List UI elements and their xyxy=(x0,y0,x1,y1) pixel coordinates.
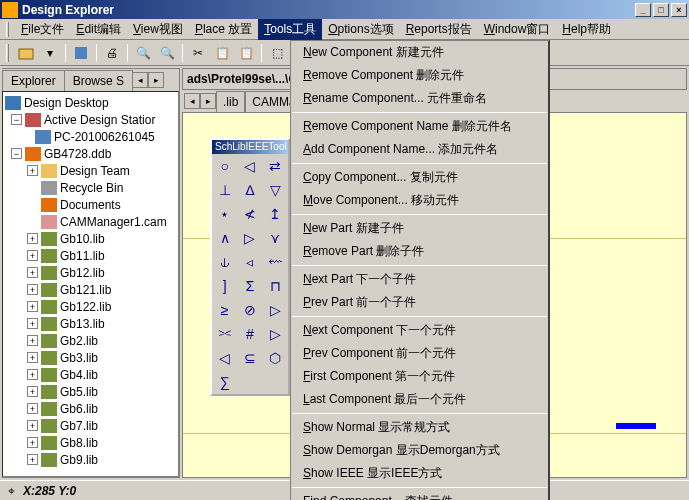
menu-view视图[interactable]: View视图 xyxy=(127,19,189,40)
menu-item[interactable]: Next Component 下一个元件 xyxy=(291,319,548,342)
lib-tab-scroll[interactable]: ◂ xyxy=(184,93,200,109)
tree-lib-item[interactable]: +Gb122.lib xyxy=(5,298,176,315)
menu-edit编辑[interactable]: Edit编辑 xyxy=(70,19,127,40)
palette-tool[interactable]: ⪥ xyxy=(212,322,237,346)
close-button[interactable]: × xyxy=(671,3,687,17)
palette-tool[interactable]: ⋎ xyxy=(263,226,288,250)
palette-tool[interactable]: ○ xyxy=(212,154,237,178)
palette-tool[interactable]: ] xyxy=(212,274,237,298)
tree-lib-item[interactable]: +Gb4.lib xyxy=(5,366,176,383)
lib-tab-scroll[interactable]: ▸ xyxy=(200,93,216,109)
lib-tab[interactable]: .lib xyxy=(216,91,245,112)
tab-scroll-right[interactable]: ▸ xyxy=(148,72,164,88)
menu-item[interactable]: Remove Part 删除子件 xyxy=(291,240,548,263)
palette-tool[interactable]: ◃ xyxy=(237,250,262,274)
ieee-tool-palette[interactable]: SchLibIEEETool ○◁⇄⊥∆▽⋆≮↥∧▷⋎⫝◃⬳]Σ⊓≥⊘▷⪥#▷◁… xyxy=(210,138,290,396)
menubar-grip[interactable] xyxy=(6,22,9,37)
tab-scroll-left[interactable]: ◂ xyxy=(132,72,148,88)
palette-tool[interactable]: ⊥ xyxy=(212,178,237,202)
palette-tool[interactable]: ∧ xyxy=(212,226,237,250)
menu-window窗口[interactable]: Window窗口 xyxy=(478,19,557,40)
menu-reports报告[interactable]: Reports报告 xyxy=(400,19,478,40)
tree-lib-item[interactable]: +Gb10.lib xyxy=(5,230,176,247)
menu-help帮助[interactable]: Help帮助 xyxy=(556,19,617,40)
menu-item[interactable]: Last Component 最后一个元件 xyxy=(291,388,548,411)
palette-tool[interactable]: ⬡ xyxy=(263,346,288,370)
zoom-out-icon[interactable]: 🔍 xyxy=(156,42,178,64)
design-object[interactable] xyxy=(616,423,656,429)
tree-lib-item[interactable]: +Gb13.lib xyxy=(5,315,176,332)
palette-tool[interactable]: Σ xyxy=(237,274,262,298)
save-icon[interactable] xyxy=(70,42,92,64)
print-icon[interactable]: 🖨 xyxy=(101,42,123,64)
palette-tool[interactable]: ≮ xyxy=(237,202,262,226)
palette-tool[interactable]: ▷ xyxy=(263,322,288,346)
menu-item[interactable]: Remove Component Name 删除元件名 xyxy=(291,115,548,138)
tree-root[interactable]: Design Desktop xyxy=(5,94,176,111)
select-icon[interactable]: ⬚ xyxy=(266,42,288,64)
tree-lib-item[interactable]: +Gb7.lib xyxy=(5,417,176,434)
menu-item[interactable]: Copy Component... 复制元件 xyxy=(291,166,548,189)
tree-lib-item[interactable]: +Gb121.lib xyxy=(5,281,176,298)
palette-tool[interactable]: ▷ xyxy=(263,298,288,322)
tree-ddb[interactable]: −GB4728.ddb xyxy=(5,145,176,162)
menu-item[interactable]: Find Component... 查找元件 xyxy=(291,490,548,500)
palette-tool[interactable]: ⋆ xyxy=(212,202,237,226)
menu-item[interactable]: Next Part 下一个子件 xyxy=(291,268,548,291)
tree-view[interactable]: Design Desktop −Active Design Statior PC… xyxy=(2,91,179,477)
menu-place 放置[interactable]: Place 放置 xyxy=(189,19,258,40)
palette-tool[interactable]: ∆ xyxy=(237,178,262,202)
tree-recycle[interactable]: Recycle Bin xyxy=(5,179,176,196)
menu-item[interactable]: New Component 新建元件 xyxy=(291,41,548,64)
copy-icon[interactable]: 📋 xyxy=(211,42,233,64)
palette-tool[interactable]: ◁ xyxy=(212,346,237,370)
cut-icon[interactable]: ✂ xyxy=(187,42,209,64)
palette-tool[interactable]: # xyxy=(237,322,262,346)
doc-icon[interactable]: ▾ xyxy=(39,42,61,64)
tree-lib-item[interactable]: +Gb12.lib xyxy=(5,264,176,281)
menu-item[interactable]: Remove Component 删除元件 xyxy=(291,64,548,87)
menu-item[interactable]: New Part 新建子件 xyxy=(291,217,548,240)
palette-tool[interactable]: ⊓ xyxy=(263,274,288,298)
palette-tool[interactable]: ⇄ xyxy=(263,154,288,178)
tab-explorer[interactable]: Explorer xyxy=(2,70,65,91)
tree-cam[interactable]: CAMManager1.cam xyxy=(5,213,176,230)
tree-design-team[interactable]: +Design Team xyxy=(5,162,176,179)
maximize-button[interactable]: □ xyxy=(653,3,669,17)
palette-tool[interactable]: ▽ xyxy=(263,178,288,202)
tree-pc[interactable]: PC-201006261045 xyxy=(5,128,176,145)
palette-tool[interactable]: ⬳ xyxy=(263,250,288,274)
tree-lib-item[interactable]: +Gb6.lib xyxy=(5,400,176,417)
palette-tool[interactable]: ⊘ xyxy=(237,298,262,322)
palette-tool[interactable]: ⊆ xyxy=(237,346,262,370)
menu-item[interactable]: Rename Component... 元件重命名 xyxy=(291,87,548,110)
palette-tool[interactable]: ↥ xyxy=(263,202,288,226)
toolbar-grip[interactable] xyxy=(6,44,9,62)
tools-menu-dropdown[interactable]: New Component 新建元件Remove Component 删除元件R… xyxy=(290,40,550,500)
menu-item[interactable]: Prev Part 前一个子件 xyxy=(291,291,548,314)
tree-station[interactable]: −Active Design Statior xyxy=(5,111,176,128)
palette-tool[interactable]: ∑ xyxy=(212,370,237,394)
menu-item[interactable]: First Component 第一个元件 xyxy=(291,365,548,388)
folder-icon[interactable] xyxy=(15,42,37,64)
palette-tool[interactable]: ◁ xyxy=(237,154,262,178)
minimize-button[interactable]: _ xyxy=(635,3,651,17)
menu-tools工具[interactable]: Tools工具 xyxy=(258,19,322,40)
tree-lib-item[interactable]: +Gb2.lib xyxy=(5,332,176,349)
menu-item[interactable]: Prev Component 前一个元件 xyxy=(291,342,548,365)
palette-tool[interactable]: ≥ xyxy=(212,298,237,322)
tree-lib-item[interactable]: +Gb5.lib xyxy=(5,383,176,400)
tree-lib-item[interactable]: +Gb3.lib xyxy=(5,349,176,366)
menu-item[interactable]: Add Component Name... 添加元件名 xyxy=(291,138,548,161)
palette-tool[interactable]: ▷ xyxy=(237,226,262,250)
tree-lib-item[interactable]: +Gb9.lib xyxy=(5,451,176,468)
paste-icon[interactable]: 📋 xyxy=(235,42,257,64)
menu-options选项[interactable]: Options选项 xyxy=(322,19,399,40)
menu-item[interactable]: Show Demorgan 显示Demorgan方式 xyxy=(291,439,548,462)
tree-lib-item[interactable]: +Gb11.lib xyxy=(5,247,176,264)
menu-item[interactable]: Show IEEE 显示IEEE方式 xyxy=(291,462,548,485)
tab-browse[interactable]: Browse S xyxy=(64,70,133,91)
menu-file文件[interactable]: File文件 xyxy=(15,19,70,40)
menu-item[interactable]: Show Normal 显示常规方式 xyxy=(291,416,548,439)
palette-tool[interactable]: ⫝ xyxy=(212,250,237,274)
